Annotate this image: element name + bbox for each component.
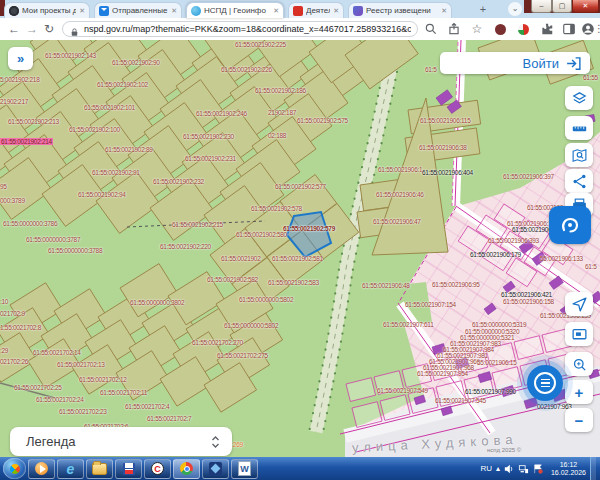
- tray-time: 16:12: [551, 461, 586, 469]
- tray-expand-icon[interactable]: ▴: [496, 464, 500, 473]
- close-button[interactable]: ✕: [572, 0, 599, 13]
- maximize-button[interactable]: ▢: [552, 0, 572, 13]
- parcel-label: 000:3789: [0, 197, 25, 204]
- new-tab-button[interactable]: +: [476, 2, 490, 16]
- browser-tab[interactable]: Реестр извещени✕: [348, 2, 452, 18]
- zoom-in-button[interactable]: +: [565, 380, 593, 404]
- parcel-label: 1:55:0021702:8: [0, 324, 41, 331]
- taskbar-app-ie[interactable]: e: [57, 459, 84, 479]
- legend-collapse-icon[interactable]: [211, 435, 220, 449]
- legend-bar[interactable]: Легенда: [10, 427, 232, 456]
- area-zoom-button[interactable]: [565, 352, 593, 376]
- back-icon[interactable]: ←: [8, 21, 20, 37]
- extension-icon[interactable]: [495, 24, 506, 35]
- parcel-label: 61:55:0021902:213: [8, 118, 59, 125]
- parcel-label: 61:55:0021906:404: [422, 169, 473, 176]
- browser-toolbar: ← → ↻ nspd.gov.ru/map?thematic=PKK&zoom=…: [0, 18, 600, 41]
- parcel-label: 55:0021906:15: [477, 359, 516, 366]
- tab-search-button[interactable]: ⌄: [508, 2, 522, 16]
- tab-title: Деятельность /: [306, 6, 330, 15]
- browser-tab[interactable]: НСПД | Геоинфо✕: [186, 2, 284, 18]
- parcel-label: 21902:217: [0, 98, 28, 105]
- bookmark-star-icon[interactable]: ☆: [470, 22, 484, 36]
- nspd-logo-button[interactable]: [549, 206, 591, 244]
- parcel-label: 61:55:0021902: [221, 255, 260, 262]
- tray-date: 16.02.2026: [551, 469, 586, 477]
- browser-tab[interactable]: Мои проекты до✕: [4, 2, 90, 18]
- sidebar-expand-button[interactable]: »: [8, 47, 33, 70]
- clock[interactable]: 16:12 16.02.2026: [551, 461, 586, 477]
- parcel-label: 61:55:0021702:23: [59, 408, 107, 415]
- chat-fab-button[interactable]: [527, 365, 563, 401]
- show-desktop-button[interactable]: [590, 457, 596, 480]
- taskbar: eCW RU ▴ 16:12 16.02.2026: [0, 457, 600, 480]
- minimize-button[interactable]: –: [531, 0, 552, 13]
- parcel-label: 61:55:0021702:12: [79, 376, 127, 383]
- parcel-label: :29: [0, 347, 8, 354]
- volume-icon[interactable]: [504, 464, 514, 474]
- taskbar-app-explorer[interactable]: [86, 459, 113, 479]
- parcel-label: 61:55:0021702:270: [192, 339, 243, 346]
- tab-close-icon[interactable]: ✕: [333, 7, 339, 15]
- ruler-button[interactable]: [565, 116, 593, 140]
- browser-tab[interactable]: Деятельность / ✕: [288, 2, 344, 18]
- parcel-label: 61:55:0000000:3788: [48, 247, 102, 254]
- tab-close-icon[interactable]: ✕: [441, 7, 447, 15]
- windows-logo-icon: [7, 461, 21, 475]
- forward-icon[interactable]: →: [26, 21, 38, 37]
- share-icon[interactable]: [447, 22, 461, 36]
- login-bar[interactable]: Войти: [440, 52, 590, 74]
- activity-icon: [293, 6, 303, 16]
- taskbar-app-floppy[interactable]: [115, 459, 142, 479]
- parcel-label: 61:55:0021902:214: [0, 138, 53, 145]
- layers-button[interactable]: [565, 86, 593, 110]
- reload-icon[interactable]: ↻: [44, 21, 54, 37]
- tab-close-icon[interactable]: ✕: [273, 7, 279, 15]
- parcel-label: 61:55: [583, 74, 598, 81]
- legend-label: Легенда: [26, 434, 211, 449]
- parcel-label: 55:0021906:133: [540, 255, 583, 262]
- share-icon: [571, 173, 588, 190]
- extension-icon[interactable]: [518, 24, 529, 35]
- parcel-label: 61:55:0021907:545: [435, 397, 486, 404]
- parcel-label: 61:5: [425, 66, 436, 73]
- taskbar-app-crypto[interactable]: [202, 459, 229, 479]
- parcel-label: 61:55:0021702:7: [147, 415, 191, 422]
- map-canvas[interactable]: улица Худякова нспд 2025 © 61:55:0021902…: [0, 40, 600, 457]
- start-button[interactable]: [3, 458, 26, 479]
- parcel-label: 61:55:0021902:577: [275, 183, 326, 190]
- network-icon[interactable]: [518, 464, 529, 474]
- desktop-screen: Мои проекты до✕Отправленные –✕НСПД | Гео…: [0, 0, 600, 480]
- navigate-button[interactable]: [565, 292, 593, 316]
- taskbar-app-wmp[interactable]: [28, 459, 55, 479]
- menu-dots-icon[interactable]: ⋮: [594, 21, 600, 37]
- taskbar-app-consultant[interactable]: C: [144, 459, 171, 479]
- screenshot-icon: [571, 326, 588, 343]
- zoom-icon[interactable]: [424, 22, 438, 36]
- tab-close-icon[interactable]: ✕: [79, 7, 85, 15]
- extensions-puzzle-icon[interactable]: [540, 22, 554, 36]
- padlock-icon: [69, 24, 80, 35]
- parcel-label: 61:55:0021906:95: [432, 281, 480, 288]
- action-center-flag-icon[interactable]: [533, 464, 543, 474]
- parcel-label: 61:55:0021702:14: [33, 349, 81, 356]
- registry-icon: [353, 6, 363, 16]
- profile-avatar[interactable]: [581, 22, 595, 36]
- tab-close-icon[interactable]: ✕: [171, 7, 177, 15]
- side-panel-icon[interactable]: [562, 22, 576, 36]
- address-bar[interactable]: nspd.gov.ru/map?thematic=PKK&zoom=18&coo…: [62, 21, 418, 37]
- map-search-button[interactable]: [565, 143, 593, 167]
- share-button[interactable]: [565, 169, 593, 193]
- taskbar-app-chrome[interactable]: [173, 459, 200, 479]
- parcel-label: 61:55:0021902:578: [251, 205, 302, 212]
- parcel-label: 61:55:0021902:94: [78, 191, 126, 198]
- taskbar-app-word[interactable]: W: [231, 459, 258, 479]
- parcel-label: 021702:26: [0, 358, 28, 365]
- browser-tab[interactable]: Отправленные –✕: [94, 2, 182, 18]
- chat-icon: [534, 372, 556, 394]
- parcel-label: 61:55:0021907:549: [377, 387, 428, 394]
- zoom-out-button[interactable]: −: [565, 408, 593, 432]
- screenshot-button[interactable]: [565, 322, 593, 346]
- language-indicator[interactable]: RU: [480, 464, 492, 473]
- parcel-label: 21902:187: [268, 109, 296, 116]
